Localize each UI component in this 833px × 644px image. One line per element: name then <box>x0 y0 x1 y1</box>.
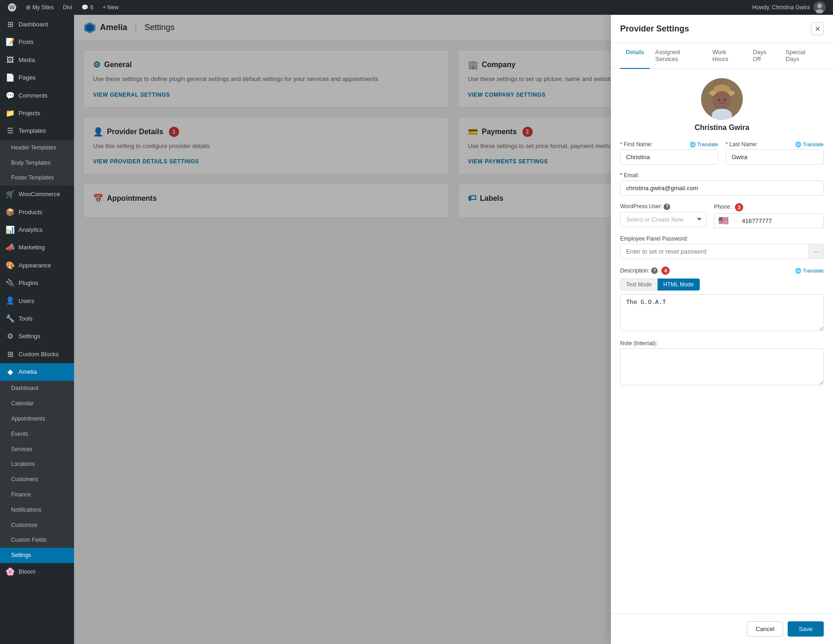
description-label-row: Description: ? 4 🌐 Translate <box>620 266 824 275</box>
password-dots-button[interactable]: ··· <box>808 244 823 259</box>
note-group: Note (Internal): <box>620 340 824 385</box>
avatar[interactable] <box>701 78 743 120</box>
last-name-translate-btn[interactable]: 🌐 Translate <box>795 142 824 148</box>
note-label: Note (Internal): <box>620 340 824 347</box>
sidebar-amelia-finance[interactable]: Finance <box>0 487 74 502</box>
woo-icon: 🛒 <box>6 189 15 199</box>
last-name-input[interactable] <box>726 149 824 165</box>
sidebar-amelia-services[interactable]: Services <box>0 442 74 457</box>
sidebar-item-analytics[interactable]: 📊 Analytics <box>0 221 74 239</box>
posts-icon: 📝 <box>6 37 15 47</box>
sidebar-item-pages[interactable]: 📄 Pages <box>0 69 74 87</box>
description-textarea[interactable]: The G.O.A.T <box>620 294 824 331</box>
sidebar-item-media[interactable]: 🖼 Media <box>0 51 74 69</box>
sidebar-item-appearance[interactable]: 🎨 Appearance <box>0 257 74 274</box>
sidebar-amelia-events[interactable]: Events <box>0 427 74 442</box>
phone-input[interactable] <box>742 217 820 224</box>
tab-details[interactable]: Details <box>620 43 650 69</box>
sidebar-amelia-customers[interactable]: Customers <box>0 472 74 487</box>
sidebar-item-settings[interactable]: ⚙ Settings <box>0 328 74 345</box>
adminbar-new[interactable]: + New <box>99 0 122 15</box>
sidebar-item-dashboard[interactable]: ⊞ Dashboard <box>0 16 74 33</box>
dashboard-icon: ⊞ <box>6 19 15 30</box>
sidebar-item-projects[interactable]: 📁 Projects <box>0 105 74 122</box>
svg-text:W: W <box>9 4 15 11</box>
sidebar-item-amelia[interactable]: ◆ Amelia <box>0 363 74 381</box>
password-input-wrapper: ··· <box>620 244 824 259</box>
save-button[interactable]: Save <box>788 621 824 637</box>
panel-tabs: Details Assigned Services Work Hours Day… <box>611 43 833 69</box>
cancel-button[interactable]: Cancel <box>747 621 783 637</box>
media-icon: 🖼 <box>6 55 15 65</box>
note-textarea[interactable] <box>620 348 824 385</box>
panel-close-button[interactable]: ✕ <box>811 22 824 35</box>
sidebar-amelia-settings[interactable]: Settings <box>0 548 74 563</box>
wp-user-group: WordPress User: ? Select or Create New <box>620 203 707 228</box>
panel-title: Provider Settings <box>620 24 689 34</box>
bloom-icon: 🌸 <box>6 567 15 577</box>
sidebar-item-body-templates[interactable]: Body Templates <box>0 155 74 171</box>
email-label: * Email: <box>620 172 639 179</box>
templates-icon: ☰ <box>6 126 15 136</box>
adminbar-comments[interactable]: 💬 6 <box>78 0 97 15</box>
adminbar-divi[interactable]: Divi <box>59 0 76 15</box>
sidebar-amelia-customize[interactable]: Customize <box>0 518 74 533</box>
sidebar-item-templates[interactable]: ☰ Templates <box>0 122 74 140</box>
tab-work-hours[interactable]: Work Hours <box>707 43 747 69</box>
description-translate-btn[interactable]: 🌐 Translate <box>795 268 824 274</box>
sidebar-item-tools[interactable]: 🔧 Tools <box>0 310 74 328</box>
svg-point-10 <box>718 99 720 101</box>
first-name-translate-btn[interactable]: 🌐 Translate <box>690 142 718 148</box>
avatar-section: Christina Gwira <box>620 78 824 132</box>
first-name-label-row: * First Name: 🌐 Translate <box>620 141 718 148</box>
description-label: Description: ? 4 <box>620 266 670 275</box>
sidebar-amelia-notifications[interactable]: Notifications <box>0 502 74 518</box>
tab-days-off[interactable]: Days Off <box>747 43 780 69</box>
sidebar-item-marketing[interactable]: 📣 Marketing <box>0 239 74 256</box>
password-label: Employee Panel Password: <box>620 235 824 242</box>
sidebar-amelia-locations[interactable]: Locations <box>0 457 74 472</box>
us-flag-icon: 🇺🇸 <box>718 216 728 226</box>
adminbar-wp-logo[interactable]: W <box>4 0 20 15</box>
globe-icon-first: 🌐 <box>690 142 696 148</box>
tab-assigned-services[interactable]: Assigned Services <box>650 43 707 69</box>
sidebar-item-users[interactable]: 👤 Users <box>0 292 74 310</box>
pages-icon: 📄 <box>6 73 15 83</box>
password-form-row: Employee Panel Password: ··· <box>620 235 824 259</box>
amelia-icon: ◆ <box>6 367 15 377</box>
sidebar-item-custom-blocks[interactable]: ⊞ Custom Blocks <box>0 346 74 363</box>
users-icon: 👤 <box>6 296 15 306</box>
sidebar-item-footer-templates[interactable]: Footer Templates <box>0 170 74 186</box>
password-input[interactable] <box>621 244 808 259</box>
sidebar-amelia-calendar[interactable]: Calendar <box>0 396 74 411</box>
comments-icon: 💬 <box>6 91 15 101</box>
analytics-icon: 📊 <box>6 225 15 235</box>
admin-bar: W ⊞ My Sites Divi 💬 6 + New Howdy, Chris… <box>0 0 833 15</box>
adminbar-greeting: Howdy, Christina Gwira <box>749 1 829 13</box>
svg-point-9 <box>713 91 731 110</box>
sidebar-amelia-custom-fields[interactable]: Custom Fields <box>0 533 74 548</box>
sidebar-item-bloom[interactable]: 🌸 Bloom <box>0 563 74 581</box>
wp-user-select[interactable]: Select or Create New <box>620 212 707 227</box>
sidebar-item-woocommerce[interactable]: 🛒 WooCommerce <box>0 186 74 203</box>
sidebar-item-comments[interactable]: 💬 Comments <box>0 87 74 105</box>
avatar-image <box>701 78 743 120</box>
tools-icon: 🔧 <box>6 314 15 324</box>
tab-special-days[interactable]: Special Days <box>780 43 824 69</box>
sidebar-item-products[interactable]: 📦 Products <box>0 204 74 221</box>
phone-label: Phone: 3 <box>714 203 743 211</box>
sidebar-amelia-dashboard[interactable]: Dashboard <box>0 381 74 396</box>
email-group: * Email: <box>620 172 824 196</box>
adminbar-my-sites[interactable]: ⊞ My Sites <box>22 0 57 15</box>
sidebar-item-plugins[interactable]: 🔌 Plugins <box>0 274 74 292</box>
sidebar-item-header-templates[interactable]: Header Templates <box>0 140 74 155</box>
first-name-input[interactable] <box>620 149 718 165</box>
html-mode-button[interactable]: HTML Mode <box>658 279 700 291</box>
text-mode-button[interactable]: Text Mode <box>620 279 658 291</box>
email-form-row: * Email: <box>620 172 824 196</box>
sidebar-amelia-appointments[interactable]: Appointments <box>0 411 74 427</box>
email-input[interactable] <box>620 180 824 196</box>
sidebar-item-posts[interactable]: 📝 Posts <box>0 33 74 51</box>
phone-label-row: Phone: 3 <box>714 203 824 211</box>
last-name-group: * Last Name: 🌐 Translate <box>726 141 824 165</box>
